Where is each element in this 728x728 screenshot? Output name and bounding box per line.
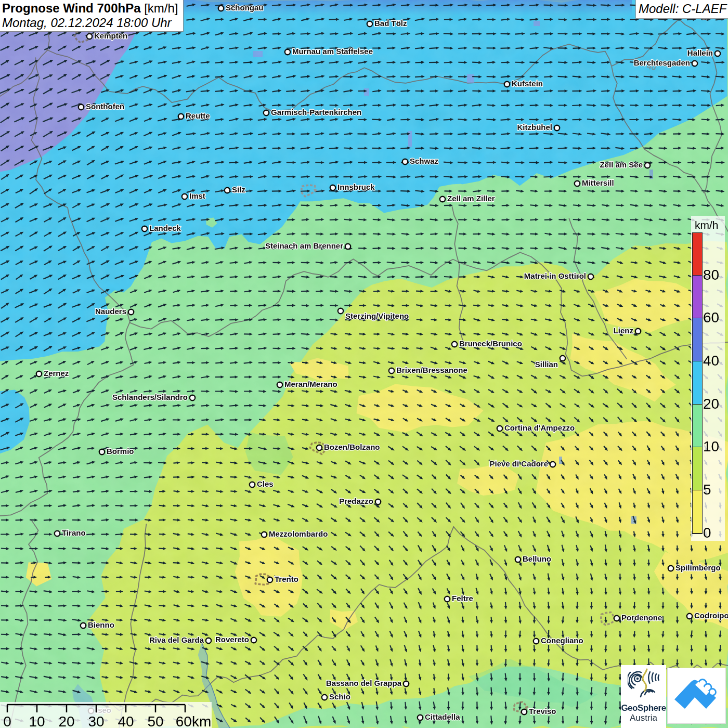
svg-text:10: 10 xyxy=(29,713,45,728)
svg-text:0: 0 xyxy=(3,713,11,728)
svg-text:40: 40 xyxy=(118,713,134,728)
svg-text:50: 50 xyxy=(147,713,163,728)
svg-text:30: 30 xyxy=(88,713,104,728)
svg-text:20: 20 xyxy=(58,713,74,728)
svg-text:60km: 60km xyxy=(176,713,211,728)
